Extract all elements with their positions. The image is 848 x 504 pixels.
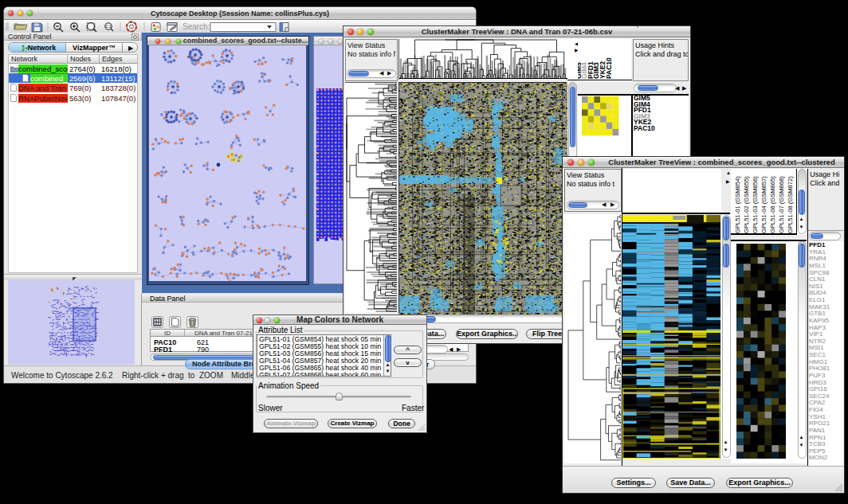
svg-text:GPL51-08 (GSM872): GPL51-08 (GSM872) <box>787 176 794 233</box>
svg-text:GPL51-07 (GSM868): GPL51-07 (GSM868) <box>778 176 785 233</box>
svg-text:GPL51-01 (GSM854): GPL51-01 (GSM854) <box>734 176 741 233</box>
svg-text:GPL51-06 (GSM865): GPL51-06 (GSM865) <box>769 176 776 233</box>
svg-text:PAC10: PAC10 <box>605 57 613 79</box>
svg-text:GPL51-04 (GSM857): GPL51-04 (GSM857) <box>760 176 768 233</box>
svg-text:Search:: Search: <box>183 22 210 31</box>
svg-text:GPL51-02 (GSM855): GPL51-02 (GSM855) <box>743 176 750 233</box>
svg-text:GPL51-03 (GSM856): GPL51-03 (GSM856) <box>752 176 759 233</box>
svg-text:1:1: 1:1 <box>106 24 112 29</box>
